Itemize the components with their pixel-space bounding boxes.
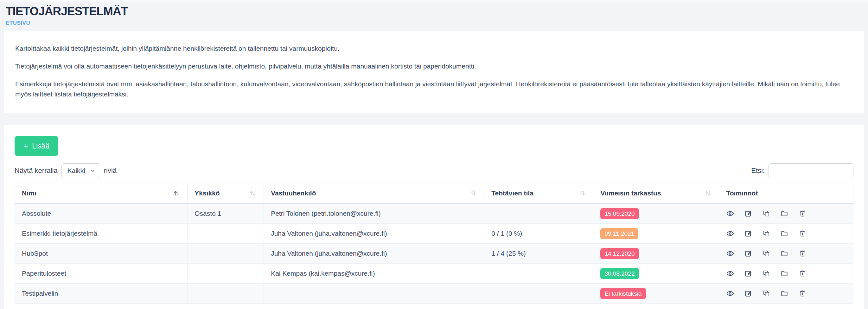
edit-action-button[interactable] — [744, 229, 752, 237]
archive-action-button[interactable] — [780, 289, 788, 298]
cell-yksikko: Osasto 1 — [188, 203, 264, 224]
cell-viimeisin-tarkastus: 09.11.2021 — [593, 224, 719, 244]
delete-action-button[interactable] — [798, 209, 807, 218]
column-header-teht-vien-tila[interactable]: Tehtävien tila — [484, 184, 593, 204]
delete-action-button[interactable] — [798, 229, 807, 237]
cell-tehtavien-tila — [484, 203, 593, 224]
rows-per-page-select[interactable]: Kaikki — [61, 163, 100, 178]
table-row-abssolute: AbssoluteOsasto 1Petri Tolonen (petri.to… — [15, 203, 854, 224]
delete-action-button[interactable] — [798, 249, 807, 258]
column-header-nimi[interactable]: Nimi — [15, 184, 188, 204]
archive-action-button[interactable] — [780, 209, 788, 218]
column-header-label: Toiminnot — [726, 189, 758, 197]
breadcrumb-link-etusivu[interactable]: ETUSIVU — [6, 20, 30, 26]
archive-action-button[interactable] — [780, 269, 788, 278]
cell-viimeisin-tarkastus: 14.12.2020 — [593, 244, 719, 264]
table-row-paperitulosteet: PaperitulosteetKai Kempas (kai.kempas@xc… — [15, 264, 854, 284]
copy-icon — [762, 289, 770, 298]
cell-toiminnot — [719, 244, 854, 264]
cell-nimi: HubSpot — [15, 244, 188, 264]
delete-action-button[interactable] — [798, 269, 807, 278]
view-action-button[interactable] — [726, 209, 734, 218]
copy-action-button[interactable] — [762, 289, 770, 298]
last-check-badge: Ei tarkistuksia — [600, 288, 646, 299]
copy-action-button[interactable] — [762, 249, 770, 258]
add-button[interactable]: + Lisää — [14, 136, 58, 156]
eye-icon — [726, 209, 734, 218]
edit-action-button[interactable] — [744, 249, 752, 258]
copy-icon — [762, 209, 770, 218]
intro-paragraph-1: Kartoittakaa kaikki tietojärjestelmät, j… — [15, 44, 853, 54]
edit-action-button[interactable] — [744, 289, 752, 298]
sort-icon — [579, 189, 586, 197]
cell-nimi: Testipalvelin — [15, 284, 188, 304]
eye-icon — [726, 229, 734, 237]
cell-yksikko — [188, 224, 264, 244]
column-header-toiminnot: Toiminnot — [719, 184, 854, 204]
cell-nimi: Abssolute — [15, 203, 188, 224]
intro-paragraph-3: Esimerkkejä tietojärjestelmistä ovat mm.… — [15, 79, 853, 99]
rows-per-page-control: Näytä kerralla Kaikki riviä — [14, 163, 117, 178]
cell-tehtavien-tila — [484, 264, 593, 284]
cell-viimeisin-tarkastus: Ei tarkistuksia — [593, 284, 719, 304]
cell-vastuuhenkilo: Juha Valtonen (juha.valtonen@xcure.fi) — [264, 224, 484, 244]
view-action-button[interactable] — [726, 289, 734, 298]
sort-icon — [704, 189, 712, 197]
eye-icon — [726, 289, 734, 298]
cell-nimi: Esimerkki tietojärjestelmä — [15, 224, 188, 244]
column-header-label: Vastuuhenkilö — [271, 189, 316, 197]
page-header: TIETOJÄRJESTELMÄT ETUSIVU — [0, 2, 868, 26]
table-row-hubspot: HubSpotJuha Valtonen (juha.valtonen@xcur… — [15, 244, 854, 264]
search-input[interactable] — [769, 163, 854, 178]
trash-icon — [798, 229, 807, 237]
edit-action-button[interactable] — [744, 269, 752, 278]
sort-icon — [173, 189, 180, 197]
rows-per-page-prefix: Näytä kerralla — [14, 167, 58, 175]
cell-tehtavien-tila — [484, 284, 593, 304]
cell-tehtavien-tila: 1 / 4 (25 %) — [484, 244, 593, 264]
trash-icon — [798, 289, 807, 298]
cell-toiminnot — [719, 264, 854, 284]
cell-toiminnot — [719, 224, 854, 244]
edit-icon — [744, 269, 752, 278]
delete-action-button[interactable] — [798, 289, 807, 298]
copy-action-button[interactable] — [762, 269, 770, 278]
folder-icon — [780, 229, 788, 237]
sort-icon — [469, 189, 477, 197]
edit-action-button[interactable] — [744, 209, 752, 218]
cell-nimi: Paperitulosteet — [15, 264, 188, 284]
trash-icon — [798, 209, 807, 218]
eye-icon — [726, 269, 734, 278]
archive-action-button[interactable] — [780, 249, 788, 258]
cell-yksikko — [188, 284, 264, 304]
cell-toiminnot — [719, 284, 854, 304]
column-header-label: Yksikkö — [194, 189, 220, 197]
table-row-esimerkki-tietoj-rjestelm: Esimerkki tietojärjestelmäJuha Valtonen … — [15, 224, 854, 244]
last-check-badge: 14.12.2020 — [600, 248, 639, 259]
search-label: Etsi: — [751, 167, 765, 175]
edit-icon — [744, 289, 752, 298]
cell-viimeisin-tarkastus: 15.09.2020 — [593, 203, 719, 224]
view-action-button[interactable] — [726, 249, 734, 258]
cell-tehtavien-tila: 0 / 1 (0 %) — [484, 224, 593, 244]
view-action-button[interactable] — [726, 229, 734, 237]
eye-icon — [726, 249, 734, 258]
cell-vastuuhenkilo: Petri Tolonen (petri.tolonen@xcure.fi) — [264, 203, 484, 224]
copy-action-button[interactable] — [762, 209, 770, 218]
add-button-label: Lisää — [32, 142, 50, 150]
cell-yksikko — [188, 244, 264, 264]
archive-action-button[interactable] — [780, 229, 788, 237]
intro-panel: Kartoittakaa kaikki tietojärjestelmät, j… — [4, 31, 864, 113]
copy-action-button[interactable] — [762, 229, 770, 237]
column-header-yksikk[interactable]: Yksikkö — [188, 184, 264, 204]
table-header-row: NimiYksikköVastuuhenkilöTehtävien tilaVi… — [15, 184, 854, 204]
column-header-viimeisin-tarkastus[interactable]: Viimeisin tarkastus — [593, 184, 719, 204]
edit-icon — [744, 229, 752, 237]
column-header-vastuuhenkil[interactable]: Vastuuhenkilö — [264, 184, 484, 204]
rows-per-page-suffix: riviä — [104, 167, 117, 175]
copy-icon — [762, 249, 770, 258]
table-controls: Näytä kerralla Kaikki riviä Etsi: — [14, 163, 854, 178]
view-action-button[interactable] — [726, 269, 734, 278]
cell-vastuuhenkilo: Kai Kempas (kai.kempas@xcure.fi) — [264, 264, 484, 284]
last-check-badge: 15.09.2020 — [600, 208, 639, 219]
